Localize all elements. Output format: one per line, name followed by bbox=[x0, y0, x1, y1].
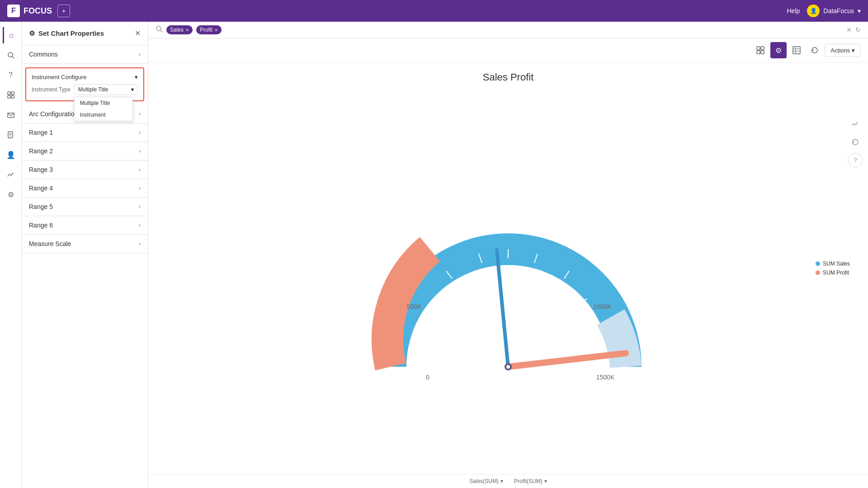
right-refresh-button[interactable] bbox=[848, 135, 863, 149]
axis-sales-text: Sales(SUM) bbox=[469, 478, 499, 484]
tag-profit-remove-button[interactable]: ✕ bbox=[214, 28, 218, 33]
tag-sales[interactable]: Sales ✕ bbox=[166, 25, 193, 34]
instrument-type-value: Multiple Title bbox=[78, 86, 108, 93]
sidebar-item-search[interactable] bbox=[3, 47, 19, 63]
panel-gear-icon: ⚙ bbox=[29, 29, 35, 38]
search-bar: Sales ✕ Profit ✕ ✕ ↻ bbox=[148, 22, 868, 38]
section-measure-scale-header[interactable]: Measure Scale › bbox=[22, 235, 148, 253]
chart-toolbar: ⚙ Actions ▾ bbox=[148, 38, 868, 62]
sidebar-item-inbox[interactable] bbox=[3, 107, 19, 123]
sidebar-item-grid[interactable] bbox=[3, 87, 19, 103]
section-range1-header[interactable]: Range 1 › bbox=[22, 123, 148, 142]
legend-label-profit: SUM Profit bbox=[823, 270, 849, 276]
help-link[interactable]: Help bbox=[787, 7, 800, 14]
instrument-type-dropdown[interactable]: Multiple Title ▾ Multiple Title Instrume… bbox=[74, 84, 138, 95]
tag-profit-label: Profit bbox=[200, 27, 212, 33]
section-range5-header[interactable]: Range 5 › bbox=[22, 198, 148, 216]
section-range2-header[interactable]: Range 2 › bbox=[22, 142, 148, 160]
instrument-type-select[interactable]: Multiple Title ▾ bbox=[74, 84, 138, 95]
scale-label-1000k: 1000K bbox=[593, 303, 612, 310]
instrument-configure-header[interactable]: Instrument Configure ▾ bbox=[28, 70, 142, 82]
add-tab-button[interactable]: + bbox=[57, 5, 70, 17]
navbar: F FOCUS + Help 👤 DataFocus ▾ bbox=[0, 0, 868, 22]
section-range1-chevron-icon: › bbox=[139, 129, 141, 136]
chart-area: Sales Profit bbox=[148, 62, 868, 474]
section-range4-header[interactable]: Range 4 › bbox=[22, 179, 148, 197]
search-icon bbox=[156, 25, 163, 34]
actions-button[interactable]: Actions ▾ bbox=[825, 44, 861, 57]
section-range6-chevron-icon: › bbox=[139, 222, 141, 228]
axis-label-profit[interactable]: Profit(SUM) ▾ bbox=[514, 478, 547, 484]
section-range4-label: Range 4 bbox=[29, 185, 53, 192]
scale-label-0: 0 bbox=[426, 374, 429, 381]
svg-rect-13 bbox=[757, 47, 760, 50]
section-range6: Range 6 › bbox=[22, 216, 148, 235]
legend-dot-profit bbox=[816, 270, 820, 275]
right-chart-type-button[interactable] bbox=[848, 117, 863, 131]
app-logo: F FOCUS bbox=[7, 5, 52, 17]
tag-profit[interactable]: Profit ✕ bbox=[196, 25, 222, 34]
svg-rect-5 bbox=[11, 95, 14, 98]
tag-sales-remove-button[interactable]: ✕ bbox=[185, 28, 189, 33]
svg-line-12 bbox=[160, 30, 162, 32]
panel-close-button[interactable]: ✕ bbox=[135, 29, 141, 38]
gauge-container: 0 500K 1000K 1500K bbox=[157, 71, 859, 465]
section-range3-header[interactable]: Range 3 › bbox=[22, 161, 148, 179]
sidebar-item-docs[interactable] bbox=[3, 127, 19, 143]
sidebar-item-settings[interactable]: ⚙ bbox=[3, 186, 19, 203]
chart-table-button[interactable] bbox=[788, 42, 805, 58]
instrument-configure-label: Instrument Configure bbox=[32, 74, 86, 81]
legend-dot-sales bbox=[816, 261, 820, 266]
section-range2: Range 2 › bbox=[22, 142, 148, 161]
instrument-type-label: Instrument Type bbox=[32, 86, 71, 93]
logo-icon: F bbox=[7, 5, 20, 17]
scale-label-1500k: 1500K bbox=[596, 374, 615, 381]
properties-panel: ⚙ Set Chart Properties ✕ Commons › Instr… bbox=[22, 22, 148, 488]
section-range2-label: Range 2 bbox=[29, 147, 53, 155]
instrument-configure-chevron-icon: ▾ bbox=[135, 74, 138, 81]
sidebar-item-users[interactable]: 👤 bbox=[3, 147, 19, 163]
dropdown-item-multiple-title[interactable]: Multiple Title bbox=[75, 97, 132, 109]
section-range6-header[interactable]: Range 6 › bbox=[22, 216, 148, 234]
chart-type-card-button[interactable] bbox=[752, 42, 769, 58]
search-clear-icon[interactable]: ✕ bbox=[846, 26, 852, 33]
sidebar-item-home[interactable]: ⌂ bbox=[3, 27, 19, 43]
section-range1-label: Range 1 bbox=[29, 129, 53, 136]
right-help-button[interactable]: ? bbox=[848, 153, 863, 167]
navbar-left: F FOCUS + bbox=[7, 5, 70, 17]
sidebar-item-help[interactable]: ? bbox=[3, 67, 19, 83]
navbar-right: Help 👤 DataFocus ▾ bbox=[787, 5, 861, 17]
svg-rect-4 bbox=[8, 95, 10, 98]
legend-item-profit: SUM Profit bbox=[816, 270, 850, 276]
gauge-svg-wrapper: 0 500K 1000K 1500K bbox=[363, 141, 653, 414]
section-range6-label: Range 6 bbox=[29, 222, 53, 229]
actions-chevron-icon: ▾ bbox=[852, 47, 855, 54]
actions-label: Actions bbox=[830, 47, 850, 54]
axis-label-sales[interactable]: Sales(SUM) ▾ bbox=[469, 478, 503, 484]
section-commons-chevron-icon: › bbox=[139, 51, 141, 57]
dropdown-item-instrument[interactable]: Instrument bbox=[75, 109, 132, 121]
chart-legend: SUM Sales SUM Profit bbox=[816, 261, 850, 276]
section-arc-chevron-icon: › bbox=[139, 111, 141, 117]
section-arc-label: Arc Configuration bbox=[29, 110, 78, 118]
gauge-center-inner bbox=[506, 365, 510, 369]
section-commons-header[interactable]: Commons › bbox=[22, 45, 148, 63]
content-area: Sales ✕ Profit ✕ ✕ ↻ ⚙ Actions bbox=[148, 22, 868, 488]
panel-title-text: Set Chart Properties bbox=[38, 29, 104, 37]
legend-item-sales: SUM Sales bbox=[816, 261, 850, 267]
section-range5: Range 5 › bbox=[22, 198, 148, 216]
svg-rect-16 bbox=[761, 51, 764, 54]
svg-rect-14 bbox=[761, 47, 764, 50]
svg-rect-15 bbox=[757, 51, 760, 54]
chart-settings-button[interactable]: ⚙ bbox=[770, 42, 787, 58]
sidebar-item-analytics[interactable] bbox=[3, 166, 19, 183]
svg-rect-17 bbox=[793, 47, 800, 54]
chart-reload-button[interactable] bbox=[807, 42, 823, 58]
section-measure-scale-chevron-icon: › bbox=[139, 241, 141, 247]
user-menu[interactable]: 👤 DataFocus ▾ bbox=[807, 5, 861, 17]
section-range3-label: Range 3 bbox=[29, 166, 53, 173]
section-instrument-configure: Instrument Configure ▾ Instrument Type M… bbox=[25, 67, 144, 101]
icon-sidebar: ⌂ ? 👤 ⚙ bbox=[0, 22, 22, 488]
app-name: FOCUS bbox=[24, 6, 52, 16]
search-refresh-icon[interactable]: ↻ bbox=[855, 26, 861, 33]
